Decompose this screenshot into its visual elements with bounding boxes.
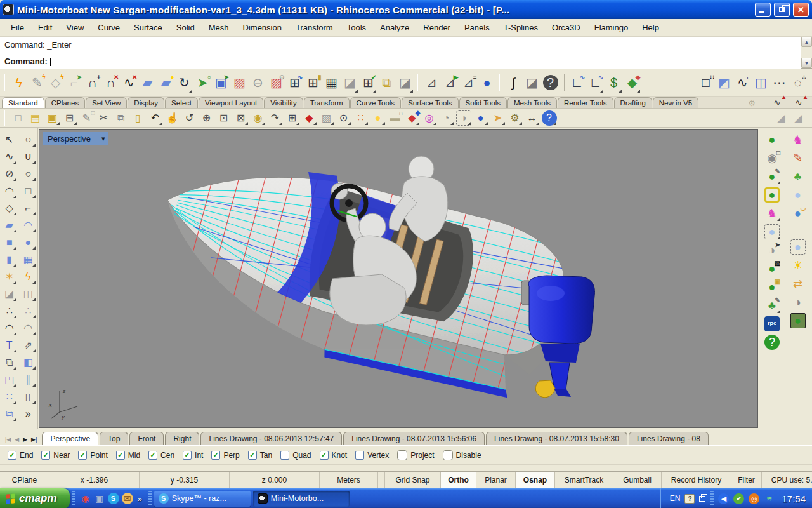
- unroll-surface-icon[interactable]: ⧉: [1, 405, 18, 422]
- trim-flash-icon[interactable]: ϟ: [20, 268, 37, 285]
- surface-points-icon[interactable]: ▰: [1, 217, 18, 234]
- toolbar-drag-handle[interactable]: [417, 74, 419, 91]
- checkbox[interactable]: ✓: [78, 451, 87, 460]
- select-pointer-icon[interactable]: ↖: [1, 131, 18, 148]
- menu-render[interactable]: Render: [416, 20, 457, 36]
- toolbar-drag-handle[interactable]: [499, 74, 501, 91]
- tab-surface-tools[interactable]: Surface Tools: [402, 97, 458, 108]
- vtab-lines-drawing-3[interactable]: Lines Drawing - 08.07.2013 15:58:30: [486, 432, 627, 445]
- display-shield-icon[interactable]: ◆◆: [403, 109, 421, 126]
- tray-nero-icon[interactable]: ◎: [749, 493, 759, 504]
- osnap-point[interactable]: ✓ Point: [78, 451, 107, 460]
- menu-panels[interactable]: Panels: [457, 20, 497, 36]
- trim-icon[interactable]: ◪: [1, 285, 18, 302]
- selection-filter-icon[interactable]: ➤: [489, 109, 506, 126]
- vtab-lines-drawing-1[interactable]: Lines Drawing - 08.06.2013 12:57:47: [200, 432, 342, 445]
- polygon-icon[interactable]: ◇: [1, 199, 18, 217]
- spotlight-dashed-icon[interactable]: ●: [763, 222, 782, 241]
- sphere-solid-icon[interactable]: ●: [20, 234, 37, 251]
- sun-icon[interactable]: ☀: [789, 256, 808, 274]
- checkbox[interactable]: ✓: [8, 451, 16, 460]
- mirror-icon[interactable]: ◧: [20, 354, 37, 371]
- weight-cost-icon[interactable]: $: [605, 71, 623, 94]
- layer-manager-icon[interactable]: ∷: [352, 109, 369, 126]
- tab-solid-tools[interactable]: Solid Tools: [459, 97, 507, 108]
- paste-icon[interactable]: ▯: [129, 109, 147, 126]
- render-checker-icon[interactable]: ●▨: [763, 259, 782, 277]
- explode-icon[interactable]: ✶: [1, 268, 18, 285]
- car-named-view-icon[interactable]: ◆: [301, 109, 318, 126]
- status-cplane-pane[interactable]: CPlane: [0, 472, 49, 488]
- environment-sphere-icon[interactable]: ●◡: [789, 204, 808, 222]
- move-icon[interactable]: ⇗: [20, 337, 37, 354]
- tab-new-in-v5[interactable]: New in V5: [653, 97, 698, 108]
- next-view-tab-button[interactable]: ▶: [23, 437, 27, 443]
- ground-plane-icon[interactable]: ●: [789, 311, 808, 330]
- status-units-pane[interactable]: Meters: [320, 472, 378, 488]
- status-ortho-toggle[interactable]: Ortho: [441, 472, 476, 488]
- tab-mesh-tools[interactable]: Mesh Tools: [508, 97, 557, 108]
- osnap-perp[interactable]: ✓ Perp: [211, 451, 239, 460]
- light-bulb-icon[interactable]: ●: [789, 185, 808, 204]
- analyze-flash-icon[interactable]: ϟ: [10, 71, 28, 94]
- vtab-lines-drawing-4[interactable]: Lines Drawing - 08: [629, 432, 709, 445]
- fl yout-corner-b-icon[interactable]: ◢: [790, 109, 807, 126]
- tray-shield-icon[interactable]: ✔: [733, 493, 744, 504]
- tab-set-view[interactable]: Set View: [86, 97, 127, 108]
- rendered-view-icon[interactable]: ●: [472, 109, 489, 126]
- circle-icon[interactable]: ⊘: [1, 165, 18, 182]
- orca-panels-icon[interactable]: ⊞∿: [285, 71, 304, 94]
- flamingo-materials-icon[interactable]: ♞: [789, 130, 808, 149]
- layer-colors-dark-icon[interactable]: ∴: [1, 302, 18, 319]
- osnap-int[interactable]: ✓ Int: [183, 451, 203, 460]
- adjust-end-bulge-icon[interactable]: ◠: [1, 319, 18, 337]
- undo-icon[interactable]: ↶: [147, 109, 164, 126]
- zoom-window-icon[interactable]: ⊡: [215, 109, 232, 126]
- status-smarttrack-toggle[interactable]: SmartTrack: [555, 472, 613, 488]
- menu-orca3d[interactable]: Orca3D: [545, 20, 587, 36]
- language-bar-restore-icon[interactable]: [699, 496, 705, 502]
- menu-curve[interactable]: Curve: [91, 20, 127, 36]
- task-rhino[interactable]: Mini-Motorbo...: [253, 491, 350, 507]
- toolbar-drag-handle[interactable]: [563, 74, 565, 91]
- osnap-cen[interactable]: ✓ Cen: [148, 451, 174, 460]
- status-y-coordinate[interactable]: y -0.315: [140, 472, 230, 488]
- menu-flamingo[interactable]: Flamingo: [587, 20, 635, 36]
- print-icon[interactable]: ⊟: [61, 109, 78, 126]
- checkbox[interactable]: ✓: [116, 451, 125, 460]
- checkbox[interactable]: ✓: [397, 450, 407, 460]
- plane-flash-icon[interactable]: ◇ϟ: [46, 71, 65, 94]
- menu-mesh[interactable]: Mesh: [202, 20, 236, 36]
- vtab-right[interactable]: Right: [165, 432, 199, 445]
- minimize-button[interactable]: [755, 3, 771, 17]
- status-filter-pane[interactable]: Filter: [731, 472, 762, 488]
- wireframe-view-icon[interactable]: ◔: [438, 109, 455, 126]
- vtab-top[interactable]: Top: [100, 432, 128, 445]
- checkbox[interactable]: ✓: [41, 451, 50, 460]
- osnap-project[interactable]: ✓ Project: [397, 450, 434, 460]
- tab-drafting[interactable]: Drafting: [614, 97, 652, 108]
- boolean-icon[interactable]: ◰: [1, 371, 18, 388]
- osnap-quad[interactable]: ✓ Quad: [280, 451, 311, 460]
- orca3d-logo-icon[interactable]: ∫: [504, 71, 523, 94]
- surface-sweep-icon[interactable]: ◠: [20, 217, 37, 234]
- tsplines-surface-icon[interactable]: ◩: [715, 71, 733, 94]
- insert-control-point-icon[interactable]: ∩+: [83, 71, 102, 94]
- rotate-view-icon[interactable]: ↺: [181, 109, 198, 126]
- status-gumball-toggle[interactable]: Gumball: [613, 472, 662, 488]
- zoom-dynamic-icon[interactable]: ⊕: [198, 109, 215, 126]
- tray-browser-icon[interactable]: ◀: [718, 493, 729, 504]
- array-icon[interactable]: ∷: [1, 388, 18, 405]
- material-sphere-icon[interactable]: ◑: [789, 293, 808, 311]
- prev-view-tab-button[interactable]: ◀: [15, 437, 19, 443]
- orca-check-panel-icon[interactable]: ⊞✔: [359, 71, 377, 94]
- undo-view-icon[interactable]: ↷: [266, 109, 284, 126]
- arc-icon[interactable]: ◠: [1, 182, 18, 199]
- dimension-icon[interactable]: ↔: [523, 109, 540, 126]
- command-input[interactable]: Command:: [0, 53, 801, 69]
- orca-table-icon[interactable]: ▦: [322, 71, 341, 94]
- shaded-view-icon[interactable]: ◑: [455, 109, 472, 126]
- task-skype[interactable]: S Skype™ - raz...: [154, 491, 251, 507]
- outboard-motor[interactable]: [521, 276, 594, 398]
- rebuild-curve-icon[interactable]: ↻: [175, 71, 193, 94]
